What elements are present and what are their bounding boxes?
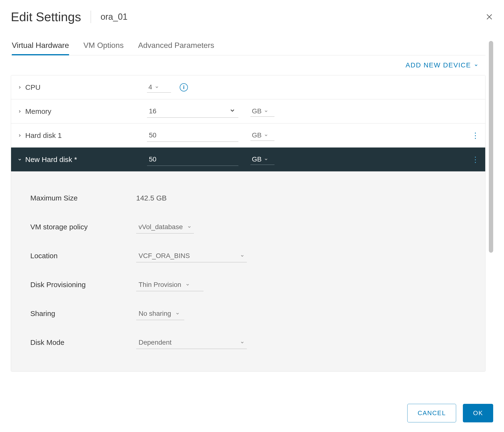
new-hard-disk-header[interactable]: New Hard disk * <box>17 156 147 164</box>
storage-policy-value: vVol_database <box>139 223 183 231</box>
cpu-controls: 4 i <box>147 82 479 93</box>
dialog-header-left: Edit Settings ora_01 <box>11 10 127 24</box>
hard-disk-1-controls: GB ⋮ <box>147 129 479 142</box>
cpu-row: CPU 4 i <box>11 75 485 99</box>
sharing-row: Sharing No sharing <box>30 299 471 328</box>
storage-policy-label: VM storage policy <box>30 223 136 231</box>
memory-unit-value: GB <box>252 107 261 115</box>
title-divider <box>91 11 91 23</box>
chevron-down-icon <box>474 63 478 67</box>
maximum-size-row: Maximum Size 142.5 GB <box>30 184 471 212</box>
hardware-panel: CPU 4 i <box>11 75 486 372</box>
cpu-label: CPU <box>25 83 40 92</box>
disk-mode-select[interactable]: Dependent <box>136 336 247 349</box>
chevron-down-icon <box>264 133 268 138</box>
sharing-label: Sharing <box>30 310 136 318</box>
memory-unit-select[interactable]: GB <box>251 106 274 117</box>
hard-disk-1-label: Hard disk 1 <box>25 131 62 140</box>
dialog-footer: CANCEL OK <box>11 389 493 422</box>
cpu-count-value: 4 <box>148 83 152 91</box>
maximum-size-label: Maximum Size <box>30 194 136 202</box>
hard-disk-1-unit-select[interactable]: GB <box>251 130 274 141</box>
cpu-count-select[interactable]: 4 <box>147 82 171 93</box>
add-new-device-button[interactable]: ADD NEW DEVICE <box>405 61 478 69</box>
chevron-down-icon <box>240 254 244 258</box>
new-hard-disk-actions[interactable]: ⋮ <box>471 155 479 164</box>
memory-label: Memory <box>25 107 51 116</box>
location-label: Location <box>30 252 136 260</box>
new-hard-disk-label: New Hard disk * <box>25 156 77 164</box>
more-actions-icon: ⋮ <box>471 155 479 164</box>
vm-name: ora_01 <box>100 12 127 22</box>
new-hard-disk-details: Maximum Size 142.5 GB VM storage policy … <box>11 172 485 371</box>
hard-disk-1-unit-value: GB <box>252 131 261 139</box>
new-hard-disk-row: New Hard disk * GB ⋮ <box>11 147 485 172</box>
hard-disk-1-size-input[interactable] <box>147 129 238 142</box>
hard-disk-1-row: Hard disk 1 GB ⋮ <box>11 123 485 147</box>
location-value: VCF_ORA_BINS <box>139 252 190 260</box>
new-hard-disk-controls: GB ⋮ <box>147 153 479 166</box>
new-hard-disk-size-input[interactable] <box>147 153 238 166</box>
tab-vm-options[interactable]: VM Options <box>83 41 124 55</box>
sharing-value: No sharing <box>139 310 171 317</box>
chevron-down-icon <box>187 225 191 229</box>
chevron-down-icon <box>17 157 22 162</box>
sharing-select[interactable]: No sharing <box>136 307 184 320</box>
close-icon <box>486 13 493 20</box>
cpu-row-header[interactable]: CPU <box>17 83 147 92</box>
chevron-down-icon[interactable] <box>229 107 235 115</box>
provisioning-select[interactable]: Thin Provision <box>136 278 204 291</box>
provisioning-value: Thin Provision <box>139 281 181 289</box>
disk-mode-value: Dependent <box>139 339 171 346</box>
maximum-size-value: 142.5 GB <box>136 194 167 202</box>
close-button[interactable] <box>486 13 493 21</box>
disk-mode-label: Disk Mode <box>30 338 136 347</box>
provisioning-label: Disk Provisioning <box>30 281 136 289</box>
add-device-label: ADD NEW DEVICE <box>405 61 471 69</box>
chevron-right-icon <box>17 133 22 138</box>
edit-settings-dialog: Edit Settings ora_01 Virtual Hardware VM… <box>0 0 504 432</box>
chevron-down-icon <box>264 109 268 113</box>
location-row: Location VCF_ORA_BINS <box>30 241 471 270</box>
body-content: Virtual Hardware VM Options Advanced Par… <box>11 41 486 389</box>
tab-virtual-hardware[interactable]: Virtual Hardware <box>12 41 69 55</box>
tab-advanced-parameters[interactable]: Advanced Parameters <box>138 41 214 55</box>
dialog-title: Edit Settings <box>11 10 81 24</box>
chevron-right-icon <box>17 85 22 90</box>
hard-disk-1-actions[interactable]: ⋮ <box>471 131 479 140</box>
dialog-header: Edit Settings ora_01 <box>11 10 493 24</box>
hard-disk-1-header[interactable]: Hard disk 1 <box>17 131 147 140</box>
provisioning-row: Disk Provisioning Thin Provision <box>30 270 471 299</box>
chevron-right-icon <box>17 109 22 114</box>
add-device-row: ADD NEW DEVICE <box>11 55 486 75</box>
storage-policy-select[interactable]: vVol_database <box>136 221 194 233</box>
new-hard-disk-unit-select[interactable]: GB <box>251 154 274 165</box>
cancel-button[interactable]: CANCEL <box>407 404 456 422</box>
chevron-down-icon <box>186 283 190 287</box>
new-hard-disk-unit-value: GB <box>252 156 261 163</box>
location-select[interactable]: VCF_ORA_BINS <box>136 249 247 262</box>
memory-input[interactable] <box>147 105 238 118</box>
chevron-down-icon <box>240 340 244 345</box>
storage-policy-row: VM storage policy vVol_database <box>30 212 471 241</box>
scrollbar-thumb[interactable] <box>489 41 493 253</box>
memory-value-wrap <box>147 105 238 118</box>
dialog-body: Virtual Hardware VM Options Advanced Par… <box>11 41 493 389</box>
ok-button[interactable]: OK <box>463 404 493 422</box>
vertical-scrollbar[interactable] <box>489 41 493 389</box>
more-actions-icon: ⋮ <box>471 131 479 140</box>
chevron-down-icon <box>155 85 159 89</box>
chevron-down-icon <box>175 312 180 316</box>
memory-row-header[interactable]: Memory <box>17 107 147 116</box>
memory-controls: GB <box>147 105 479 118</box>
tab-bar: Virtual Hardware VM Options Advanced Par… <box>11 41 486 55</box>
memory-row: Memory GB <box>11 99 485 123</box>
chevron-down-icon <box>264 157 268 162</box>
disk-mode-row: Disk Mode Dependent <box>30 328 471 357</box>
info-icon[interactable]: i <box>180 83 188 92</box>
